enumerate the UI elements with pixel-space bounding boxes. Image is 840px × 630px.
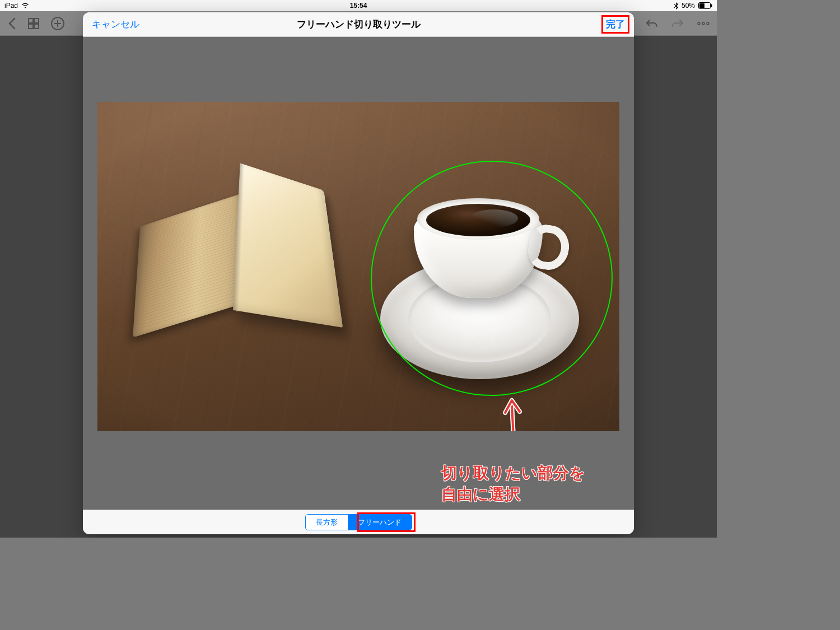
device-label: iPad [4, 2, 18, 10]
done-button[interactable]: 完了 [606, 18, 625, 31]
wifi-icon [21, 3, 29, 8]
modal-body: 切り取りたい部分を 自由に選択 [83, 37, 634, 510]
annotation-text: 切り取りたい部分を 自由に選択 [441, 463, 585, 505]
rectangle-mode-button[interactable]: 長方形 [306, 515, 348, 530]
battery-percent: 50% [682, 2, 695, 10]
crop-tool-modal: キャンセル フリーハンド切り取りツール 完了 [83, 12, 634, 534]
modal-header: キャンセル フリーハンド切り取りツール 完了 [83, 12, 634, 37]
annotation-highlight-done [601, 15, 629, 34]
bluetooth-icon [674, 2, 678, 10]
svg-rect-1 [699, 3, 704, 8]
annotation-highlight-freehand [357, 512, 416, 532]
photo-canvas[interactable] [97, 102, 619, 431]
photo-image [97, 102, 619, 431]
battery-icon [698, 2, 712, 9]
annotation-line1: 切り取りたい部分を [441, 463, 585, 484]
modal-footer: 長方形 フリーハンド [83, 510, 634, 534]
status-bar: iPad 15:54 50% [0, 0, 717, 11]
cancel-button[interactable]: キャンセル [92, 18, 139, 31]
modal-title: フリーハンド切り取りツール [297, 18, 421, 31]
clock: 15:54 [350, 2, 367, 10]
svg-rect-2 [711, 4, 712, 7]
annotation-line2: 自由に選択 [441, 484, 585, 505]
